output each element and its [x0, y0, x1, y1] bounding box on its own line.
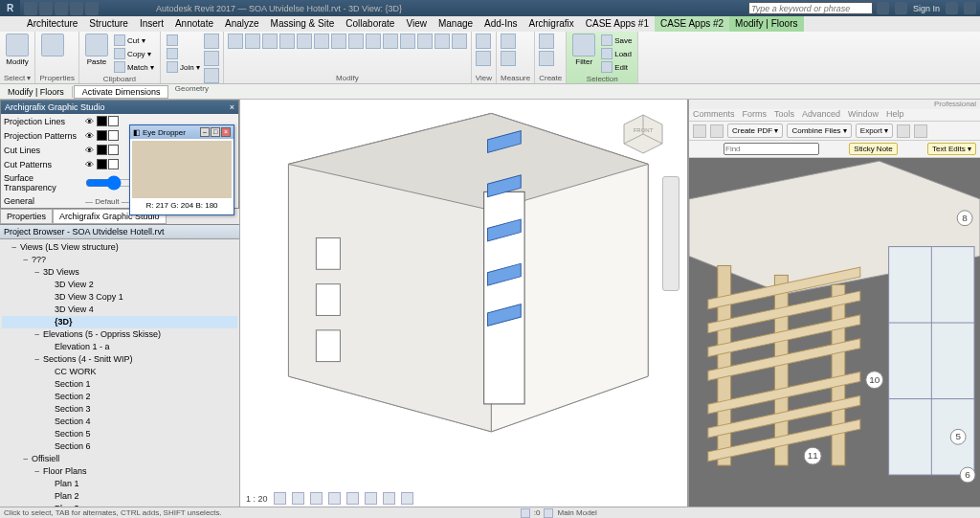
- tree-node[interactable]: 3D View 2: [2, 279, 237, 291]
- detail-level-icon[interactable]: [274, 492, 286, 505]
- expand-icon[interactable]: −: [34, 266, 43, 279]
- signin-button[interactable]: Sign In: [913, 4, 940, 13]
- tab-annotate[interactable]: Annotate: [169, 16, 219, 32]
- properties-button[interactable]: [39, 34, 66, 73]
- hide-icon[interactable]: [401, 492, 413, 505]
- minimize-icon[interactable]: –: [200, 127, 210, 137]
- navigation-bar[interactable]: [662, 176, 679, 291]
- pin-icon[interactable]: [400, 34, 415, 49]
- create-icon-2[interactable]: [539, 51, 554, 66]
- tree-node[interactable]: Elevation 1 - a: [2, 341, 237, 353]
- tree-node[interactable]: 3D View 4: [2, 304, 237, 316]
- viewcube[interactable]: FRONT: [620, 111, 666, 157]
- print-icon[interactable]: [693, 124, 706, 138]
- qat-print-icon[interactable]: [85, 2, 99, 15]
- tree-node[interactable]: Section 1: [2, 378, 237, 391]
- color-swatch-light[interactable]: [108, 145, 119, 155]
- expand-icon[interactable]: −: [34, 353, 43, 366]
- close-icon[interactable]: ×: [230, 102, 234, 112]
- shadows-icon[interactable]: [328, 492, 341, 505]
- modify-button[interactable]: Modify: [4, 34, 31, 73]
- eye-icon[interactable]: 👁: [85, 117, 94, 126]
- array-icon[interactable]: [366, 34, 381, 49]
- tree-node[interactable]: −???: [2, 254, 237, 266]
- tree-node[interactable]: Section 2: [2, 391, 237, 403]
- tab-massing[interactable]: Massing & Site: [265, 16, 341, 32]
- menu-tools[interactable]: Tools: [774, 109, 794, 121]
- qat-open-icon[interactable]: [24, 2, 37, 15]
- geom-icon-3[interactable]: [204, 68, 219, 83]
- geom-icon-2[interactable]: [204, 51, 219, 66]
- tree-node[interactable]: {3D}: [2, 316, 237, 328]
- sticky-note-button[interactable]: Sticky Note: [849, 143, 897, 155]
- copy-button[interactable]: Copy ▾: [112, 47, 156, 60]
- activate-dimensions-button[interactable]: Activate Dimensions: [74, 85, 169, 99]
- filter-button[interactable]: Filter: [570, 34, 597, 74]
- color-swatch-light[interactable]: [108, 159, 119, 169]
- color-swatch-dark[interactable]: [97, 116, 107, 126]
- geom-icon-1[interactable]: [204, 34, 219, 49]
- tree-node[interactable]: CC WORK: [2, 366, 237, 378]
- text-edits-button[interactable]: Text Edits ▾: [927, 143, 976, 155]
- dim-icon[interactable]: [501, 51, 516, 66]
- create-pdf-button[interactable]: Create PDF ▾: [727, 124, 783, 138]
- expand-icon[interactable]: −: [11, 241, 20, 254]
- export-button[interactable]: Export ▾: [856, 124, 893, 138]
- qat-undo-icon[interactable]: [55, 2, 68, 15]
- tree-node[interactable]: Plan 1: [2, 478, 237, 490]
- mirror-icon[interactable]: [262, 34, 278, 49]
- exchange-icon[interactable]: [946, 2, 958, 14]
- expand-icon[interactable]: −: [34, 465, 43, 478]
- tab-case1[interactable]: CASE Apps #1: [580, 16, 655, 32]
- tree-node[interactable]: Section 5: [2, 428, 237, 440]
- scale-display[interactable]: 1 : 20: [246, 494, 268, 504]
- tree-node[interactable]: −3D Views: [2, 266, 237, 279]
- tab-addins[interactable]: Add-Ins: [479, 16, 523, 32]
- tree-node[interactable]: Section 3: [2, 403, 237, 416]
- edit-sel-button[interactable]: Edit: [599, 60, 634, 74]
- help-icon[interactable]: [964, 2, 976, 14]
- move-icon[interactable]: [279, 34, 295, 49]
- crop-icon[interactable]: [346, 492, 359, 505]
- hand-icon[interactable]: [693, 144, 704, 155]
- tab-case2[interactable]: CASE Apps #2: [655, 16, 729, 32]
- menu-advanced[interactable]: Advanced: [802, 109, 840, 121]
- measure-icon[interactable]: [501, 34, 516, 49]
- tab-view[interactable]: View: [400, 16, 433, 32]
- copy2-icon[interactable]: [297, 34, 312, 49]
- trim-icon[interactable]: [331, 34, 346, 49]
- menu-help[interactable]: Help: [886, 109, 904, 121]
- revit-logo-icon[interactable]: R: [0, 0, 20, 16]
- eye-dropper-window[interactable]: ◧ Eye Dropper – □ × R: 217 G: 204 B: 180: [129, 124, 234, 215]
- save-sel-button[interactable]: Save: [599, 34, 634, 47]
- infocenter-icon[interactable]: [877, 2, 889, 14]
- cut-button[interactable]: Cut ▾: [112, 34, 156, 47]
- tab-architecture[interactable]: Architecture: [21, 16, 83, 32]
- sun-icon[interactable]: [310, 492, 323, 505]
- tab-archigrafix[interactable]: Archigrafix: [523, 16, 580, 32]
- view-icon-2[interactable]: [476, 51, 491, 66]
- align-icon[interactable]: [228, 34, 243, 49]
- eye-icon[interactable]: 👁: [85, 160, 94, 169]
- worksets-icon[interactable]: [544, 508, 553, 518]
- tree-node[interactable]: −Elevations (5 - Oppriss Skisse): [2, 328, 237, 341]
- expand-icon[interactable]: −: [23, 453, 32, 465]
- cutgeom-button[interactable]: [165, 47, 202, 60]
- select-icon[interactable]: [708, 144, 720, 155]
- acrobat-document[interactable]: 8 10 5 6 11: [689, 158, 980, 507]
- sign-icon[interactable]: [914, 124, 927, 138]
- view-icon-1[interactable]: [476, 34, 491, 49]
- expand-icon[interactable]: −: [34, 328, 43, 341]
- color-swatch-dark[interactable]: [97, 145, 107, 155]
- eye-icon[interactable]: 👁: [85, 131, 94, 141]
- tree-node[interactable]: Section 6: [2, 440, 237, 453]
- cope-button[interactable]: [165, 34, 202, 47]
- delete-icon[interactable]: [434, 34, 450, 49]
- eye-icon[interactable]: 👁: [85, 146, 94, 155]
- crop-region-icon[interactable]: [365, 492, 377, 505]
- viewport-3d[interactable]: FRONT 1 : 20: [239, 100, 687, 507]
- mail-icon[interactable]: [710, 124, 724, 138]
- scale-icon[interactable]: [383, 34, 398, 49]
- split-icon[interactable]: [348, 34, 364, 49]
- tab-analyze[interactable]: Analyze: [219, 16, 265, 32]
